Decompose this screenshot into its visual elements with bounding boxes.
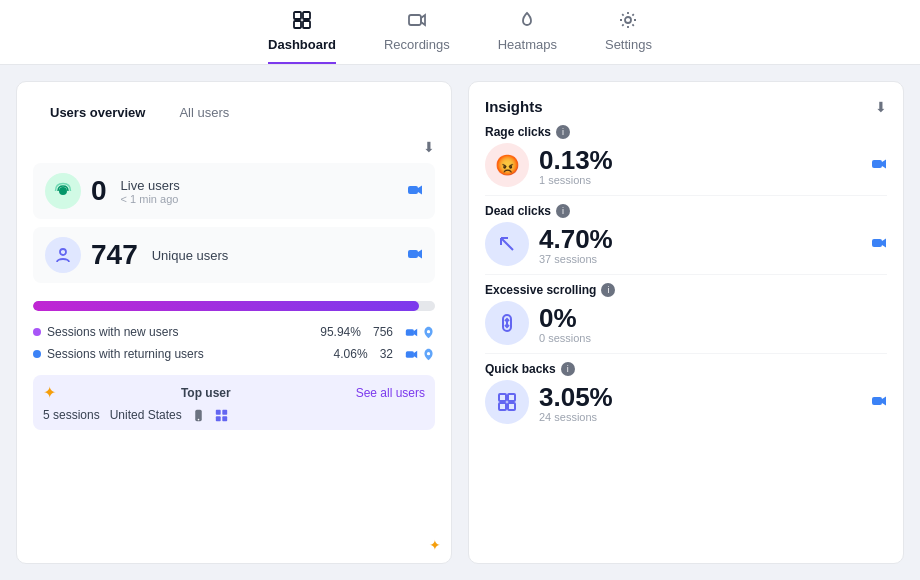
svg-rect-24 [222, 416, 227, 421]
unique-users-record-btn[interactable] [407, 246, 423, 265]
top-user-sessions: 5 sessions [43, 408, 100, 422]
tab-users-overview[interactable]: Users overview [33, 98, 162, 127]
download-row: ⬇ [33, 139, 435, 155]
excessive-scrolling-info-icon[interactable]: i [601, 283, 615, 297]
svg-point-10 [60, 249, 66, 255]
insight-rage-clicks: Rage clicks i 😡 0.13% 1 sessions [485, 125, 887, 196]
quick-backs-icon [485, 380, 529, 424]
svg-point-20 [197, 418, 199, 420]
tab-all-users[interactable]: All users [162, 98, 246, 127]
svg-rect-33 [508, 403, 515, 410]
rage-clicks-sessions: 1 sessions [539, 174, 613, 186]
dead-clicks-record-btn[interactable] [871, 235, 887, 254]
rage-clicks-pct: 0.13% [539, 145, 613, 176]
rage-clicks-label-row: Rage clicks i [485, 125, 887, 139]
nav-label-heatmaps: Heatmaps [498, 37, 557, 52]
sessions-new-icons[interactable] [405, 326, 435, 339]
svg-marker-35 [882, 396, 886, 405]
rage-clicks-data: 😡 0.13% 1 sessions [485, 143, 887, 187]
svg-rect-32 [499, 403, 506, 410]
live-users-row: 0 Live users < 1 min ago [33, 163, 435, 219]
sessions-returning-icons[interactable] [405, 348, 435, 361]
insight-excessive-scrolling: Excessive scrolling i 0% 0 sessions [485, 283, 887, 354]
nav-item-settings[interactable]: Settings [605, 10, 652, 64]
nav-item-recordings[interactable]: Recordings [384, 10, 450, 64]
excessive-scrolling-label: Excessive scrolling [485, 283, 596, 297]
sparkle-icon-br: ✦ [429, 537, 441, 553]
rage-clicks-record-btn[interactable] [871, 156, 887, 175]
top-user-section: ✦ Top user See all users 5 sessions Unit… [33, 375, 435, 430]
download-button[interactable]: ⬇ [423, 139, 435, 155]
sessions-returning-count: 32 [380, 347, 393, 361]
dead-clicks-icon [485, 222, 529, 266]
quick-backs-record-btn[interactable] [871, 393, 887, 412]
svg-marker-14 [414, 328, 417, 335]
settings-icon [618, 10, 638, 33]
insights-title: Insights [485, 98, 543, 115]
svg-rect-30 [499, 394, 506, 401]
heatmaps-icon [517, 10, 537, 33]
sessions-new-label: Sessions with new users [47, 325, 178, 339]
grid-icon [215, 409, 228, 422]
rage-clicks-info-icon[interactable]: i [556, 125, 570, 139]
mobile-icon [192, 409, 205, 422]
insights-header: Insights ⬇ [485, 98, 887, 115]
nav-label-recordings: Recordings [384, 37, 450, 52]
recordings-icon [407, 10, 427, 33]
returning-users-dot [33, 350, 41, 358]
svg-rect-23 [216, 416, 221, 421]
svg-marker-9 [418, 185, 422, 194]
see-all-users-link[interactable]: See all users [356, 386, 425, 400]
top-user-location: United States [110, 408, 182, 422]
quick-backs-info-icon[interactable]: i [561, 362, 575, 376]
quick-backs-data: 3.05% 24 sessions [485, 380, 887, 424]
svg-marker-28 [882, 238, 886, 247]
quick-backs-sessions: 24 sessions [539, 411, 613, 423]
insight-quick-backs: Quick backs i 3.05% 24 sessions [485, 362, 887, 432]
svg-rect-22 [222, 409, 227, 414]
svg-rect-4 [409, 15, 421, 25]
live-users-record-btn[interactable] [407, 182, 423, 201]
excessive-scrolling-pct: 0% [539, 303, 591, 334]
sessions-returning-label: Sessions with returning users [47, 347, 204, 361]
nav-item-heatmaps[interactable]: Heatmaps [498, 10, 557, 64]
top-user-label: Top user [181, 386, 231, 400]
nav-label-settings: Settings [605, 37, 652, 52]
svg-marker-26 [882, 159, 886, 168]
svg-rect-25 [872, 160, 882, 168]
star-icon: ✦ [43, 383, 56, 402]
top-user-header: ✦ Top user See all users [43, 383, 425, 402]
progress-bar-fill [33, 301, 419, 311]
sessions-returning-row: Sessions with returning users 4.06% 32 [33, 347, 435, 361]
svg-rect-13 [406, 329, 414, 336]
excessive-scrolling-label-row: Excessive scrolling i [485, 283, 887, 297]
rage-clicks-stats: 0.13% 1 sessions [539, 145, 613, 186]
users-tabs: Users overview All users [33, 98, 435, 127]
dashboard-icon [292, 10, 312, 33]
live-users-labels: Live users < 1 min ago [121, 178, 180, 205]
dead-clicks-label-row: Dead clicks i [485, 204, 887, 218]
excessive-scrolling-data: 0% 0 sessions [485, 301, 887, 345]
sessions-new-pct: 95.94% [320, 325, 361, 339]
svg-rect-0 [294, 12, 301, 19]
svg-rect-2 [294, 21, 301, 28]
svg-rect-16 [406, 351, 414, 358]
sessions-progress [33, 301, 435, 311]
quick-backs-label-row: Quick backs i [485, 362, 887, 376]
top-user-data-row: 5 sessions United States [43, 408, 425, 422]
dead-clicks-stats: 4.70% 37 sessions [539, 224, 613, 265]
sessions-returning-pct: 4.06% [334, 347, 368, 361]
insights-download-button[interactable]: ⬇ [875, 99, 887, 115]
svg-marker-12 [418, 249, 422, 258]
rage-clicks-icon: 😡 [485, 143, 529, 187]
svg-point-7 [60, 188, 66, 194]
unique-users-count: 747 [91, 239, 138, 271]
nav-item-dashboard[interactable]: Dashboard [268, 10, 336, 64]
new-users-dot [33, 328, 41, 336]
live-users-count: 0 [91, 175, 107, 207]
dead-clicks-info-icon[interactable]: i [556, 204, 570, 218]
nav-label-dashboard: Dashboard [268, 37, 336, 52]
svg-rect-21 [216, 409, 221, 414]
svg-rect-34 [872, 397, 882, 405]
svg-rect-11 [408, 250, 418, 258]
